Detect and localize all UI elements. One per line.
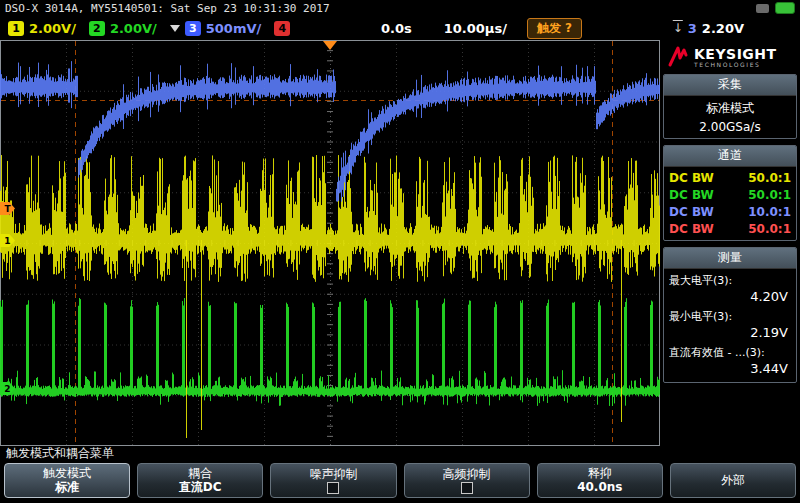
connection-status-icon	[775, 2, 795, 14]
main-area: T 1 2 KEYSIGHT TECHNOLOGIES 采集 标准模式 2.00…	[0, 40, 800, 446]
window-title: DSO-X 3014A, MY55140501: Sat Sep 23 10:3…	[5, 2, 330, 15]
ch4-coupling: DC BW	[669, 222, 714, 236]
status-icons	[756, 2, 795, 14]
usb-icon	[756, 4, 769, 13]
waveform-display: T 1 2	[0, 40, 660, 446]
softkey-holdoff[interactable]: 释抑 40.0ns	[537, 463, 663, 498]
ch1-button[interactable]: 1	[8, 21, 24, 36]
oscilloscope-screen: DSO-X 3014A, MY55140501: Sat Sep 23 10:3…	[0, 0, 800, 503]
measure-row-min: 最小电平(3): 2.19V	[669, 309, 791, 340]
softkey-external[interactable]: 外部	[670, 463, 796, 498]
ch2-info-row: DC BW 50.0:1	[669, 188, 791, 202]
softkey-coupling-label: 耦合	[188, 467, 212, 480]
acquire-mode: 标准模式	[669, 100, 791, 117]
trigger-slope-icon: ↓	[673, 21, 683, 35]
menu-status-line: 触发模式和耦合菜单	[0, 446, 800, 461]
measure-max-label: 最大电平(3):	[669, 273, 791, 288]
acquire-header: 采集	[664, 75, 796, 96]
softkey-holdoff-value: 40.0ns	[577, 481, 622, 494]
ch4-probe-ratio: 50.0:1	[748, 222, 791, 236]
ch3-button[interactable]: 3	[185, 21, 201, 36]
acquire-panel: 采集 标准模式 2.00GSa/s	[663, 74, 797, 139]
ch2-probe-ratio: 50.0:1	[748, 188, 791, 202]
softkey-holdoff-label: 释抑	[588, 467, 612, 480]
ch2-button[interactable]: 2	[89, 21, 105, 36]
ch2-coupling: DC BW	[669, 188, 714, 202]
trigger-level-readout: 2.20V	[702, 21, 744, 36]
timebase-readout: 10.00µs/	[444, 21, 507, 36]
brand-sub: TECHNOLOGIES	[694, 61, 777, 68]
ch3-info-row: DC BW 10.0:1	[669, 205, 791, 219]
ch3-scale: 500mV/	[206, 21, 262, 36]
brand-name: KEYSIGHT	[694, 47, 777, 61]
trigger-source-readout: 3	[688, 21, 697, 36]
ch2-scale: 2.00V/	[110, 21, 157, 36]
sample-rate: 2.00GSa/s	[669, 120, 791, 134]
softkey-trigger-mode-value: 标准	[55, 481, 79, 494]
channel-bar: 1 2.00V/ 2 2.00V/ 3 500mV/ 4 0.0s 10.00µ…	[0, 16, 800, 40]
ch4-info-row: DC BW 50.0:1	[669, 222, 791, 236]
trigger-source-marker-icon	[170, 25, 180, 32]
measure-rms-value: 3.44V	[669, 361, 791, 376]
measure-min-value: 2.19V	[669, 325, 791, 340]
info-sidebar: KEYSIGHT TECHNOLOGIES 采集 标准模式 2.00GSa/s …	[660, 40, 800, 446]
keysight-logo-icon	[667, 46, 689, 68]
softkey-hf-reject[interactable]: 高频抑制	[404, 463, 530, 498]
ch1-probe-ratio: 50.0:1	[748, 171, 791, 185]
softkey-coupling-value: 直流DC	[179, 481, 222, 494]
menu-title: 触发模式和耦合菜单	[6, 445, 114, 462]
hf-reject-checkbox[interactable]	[461, 482, 473, 494]
ch3-probe-ratio: 10.0:1	[748, 205, 791, 219]
ch4-button[interactable]: 4	[274, 21, 290, 36]
waveform-canvas	[0, 40, 660, 446]
trigger-status-badge: 触发 ?	[527, 18, 582, 39]
keysight-logo: KEYSIGHT TECHNOLOGIES	[663, 42, 797, 68]
channels-panel: 通道 DC BW 50.0:1 DC BW 50.0:1 DC BW 10.0:…	[663, 145, 797, 241]
softkey-hf-reject-label: 高频抑制	[443, 468, 491, 481]
measure-row-rms: 直流有效值 - ...(3): 3.44V	[669, 345, 791, 376]
noise-reject-checkbox[interactable]	[327, 482, 339, 494]
softkey-noise-reject-label: 噪声抑制	[309, 468, 357, 481]
trigger-time-marker[interactable]	[323, 41, 337, 50]
softkey-bar: 触发模式 标准 耦合 直流DC 噪声抑制 高频抑制 释抑 40.0ns 外部	[0, 461, 800, 503]
ch1-scale: 2.00V/	[29, 21, 76, 36]
measure-min-label: 最小电平(3):	[669, 309, 791, 324]
measure-row-max: 最大电平(3): 4.20V	[669, 273, 791, 304]
channels-header: 通道	[664, 146, 796, 167]
delay-readout: 0.0s	[381, 21, 412, 36]
softkey-trigger-mode-label: 触发模式	[43, 467, 91, 480]
measure-max-value: 4.20V	[669, 289, 791, 304]
ch3-coupling: DC BW	[669, 205, 714, 219]
softkey-noise-reject[interactable]: 噪声抑制	[270, 463, 396, 498]
top-status-bar: DSO-X 3014A, MY55140501: Sat Sep 23 10:3…	[0, 0, 800, 16]
measure-panel: 测量 最大电平(3): 4.20V 最小电平(3): 2.19V 直流有效值 -…	[663, 247, 797, 383]
softkey-trigger-mode[interactable]: 触发模式 标准	[4, 463, 130, 498]
measure-rms-label: 直流有效值 - ...(3):	[669, 345, 791, 360]
measure-header: 测量	[664, 248, 796, 269]
softkey-external-label: 外部	[721, 474, 745, 487]
softkey-coupling[interactable]: 耦合 直流DC	[137, 463, 263, 498]
ch1-coupling: DC BW	[669, 171, 714, 185]
ch1-info-row: DC BW 50.0:1	[669, 171, 791, 185]
